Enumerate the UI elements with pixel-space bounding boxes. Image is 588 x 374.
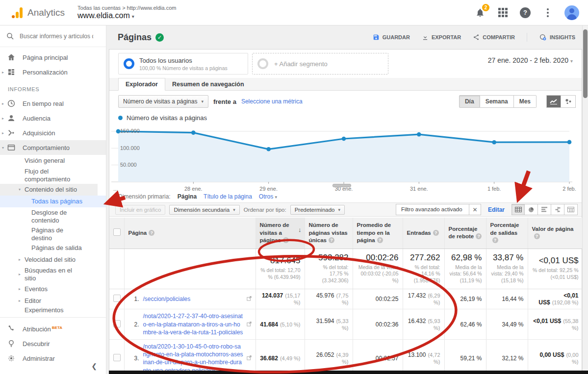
- cell-bounce-rate: 62,46 %: [444, 309, 486, 340]
- column-header-exit-rate[interactable]: Porcentaje de salidas?: [486, 218, 528, 249]
- sidebar-item-home[interactable]: Página principal: [0, 50, 106, 65]
- page-link[interactable]: /seccion/policiales: [143, 295, 244, 303]
- column-header-unique-pageviews[interactable]: Número de páginas vistas únicas?: [305, 218, 353, 249]
- report-card: Todos los usuarios 100,00 % Número de vi…: [109, 49, 582, 374]
- data-table-view-button[interactable]: [511, 204, 525, 215]
- granularity-month-button[interactable]: Mes: [514, 95, 537, 108]
- secondary-dimension-dropdown[interactable]: Dimensión secundaria▾: [169, 205, 239, 215]
- column-header-bounce-rate[interactable]: Porcentaje de rebote?: [444, 218, 486, 249]
- sidebar-item-behavior-overview[interactable]: Visión general: [0, 155, 106, 167]
- apps-grid-button[interactable]: [497, 7, 509, 19]
- export-button[interactable]: EXPORTAR: [422, 34, 461, 41]
- clock-icon: [7, 99, 16, 108]
- sidebar-item-audience[interactable]: ▸ Audiencia: [0, 111, 106, 125]
- select-all-checkbox[interactable]: [113, 228, 121, 236]
- sort-type-dropdown[interactable]: Predeterminado▾: [290, 205, 345, 215]
- external-link-icon[interactable]: [247, 321, 252, 328]
- sidebar-item-publisher[interactable]: ▸Editor: [0, 295, 106, 306]
- sidebar-collapse-button[interactable]: ❮: [91, 362, 97, 370]
- performance-view-button[interactable]: [538, 204, 551, 215]
- granularity-week-button[interactable]: Semana: [480, 95, 514, 108]
- sidebar-item-site-content[interactable]: ▾ Contenido del sitio: [0, 184, 98, 196]
- segment-all-users[interactable]: Todos los usuarios 100,00 % Número de vi…: [118, 53, 248, 75]
- sidebar-item-behavior-flow[interactable]: Flujo del comportamiento: [0, 167, 78, 184]
- motion-chart-view-button[interactable]: [561, 95, 576, 108]
- scrollbar-thumb[interactable]: [583, 29, 588, 98]
- page-link[interactable]: /nota/2020-1-27-2-37-40-otro-asesinato-e…: [143, 312, 244, 336]
- column-header-avg-time[interactable]: Promedio de tiempo en la página?: [353, 218, 403, 249]
- help-tooltip-icon[interactable]: ?: [377, 237, 383, 243]
- select-metric-link[interactable]: Seleccione una métrica: [241, 98, 303, 105]
- column-header-page[interactable]: Página?: [124, 218, 256, 249]
- granularity-day-button[interactable]: Día: [459, 95, 480, 108]
- user-avatar[interactable]: [564, 5, 579, 20]
- analytics-logo-icon[interactable]: [12, 7, 23, 18]
- column-header-page-value[interactable]: Valor de página?: [528, 218, 583, 249]
- external-link-icon[interactable]: [247, 296, 252, 302]
- tab-navigation-summary[interactable]: Resumen de navegación: [165, 78, 251, 90]
- dimension-page[interactable]: Página: [178, 193, 197, 200]
- metric-select-dropdown[interactable]: Número de visitas a páginas▾: [118, 95, 208, 108]
- cell-page-value: 0,00 US$(0,00 %): [528, 340, 583, 374]
- column-header-pageviews[interactable]: Número de visitas a páginas?↓: [256, 218, 305, 249]
- sidebar-item-all-pages[interactable]: Todas las páginas: [0, 196, 106, 207]
- sidebar-item-site-speed[interactable]: ▸Velocidad del sitio: [0, 254, 106, 266]
- actions-divider: [527, 33, 527, 42]
- vertical-scrollbar[interactable]: [582, 25, 588, 374]
- add-segment-button[interactable]: + Añadir segmento: [252, 53, 388, 75]
- page-title: Páginas: [118, 32, 152, 43]
- sidebar-item-personalization[interactable]: ▸ Personalización: [0, 65, 106, 79]
- help-tooltip-icon[interactable]: ?: [534, 233, 540, 239]
- search-input[interactable]: [20, 33, 93, 40]
- cell-pageviews: 36.682(4,49 %): [256, 340, 305, 374]
- save-button[interactable]: GUARDAR: [373, 34, 410, 41]
- chevron-right-icon: ▸: [2, 131, 4, 135]
- row-checkbox[interactable]: [113, 354, 121, 361]
- sidebar-item-realtime[interactable]: ▸ En tiempo real: [0, 96, 106, 111]
- sidebar-item-events[interactable]: ▸Eventos: [0, 283, 106, 295]
- percentage-view-button[interactable]: [525, 204, 538, 215]
- date-range-picker[interactable]: 27 ene. 2020 - 2 feb. 2020▾: [488, 56, 573, 64]
- column-header-entrances[interactable]: Entradas?: [403, 218, 444, 249]
- sidebar-item-experiments[interactable]: Experimentos: [0, 306, 106, 313]
- help-button[interactable]: ?: [519, 7, 531, 19]
- sidebar-item-discover[interactable]: Descubrir: [0, 336, 106, 351]
- notifications-button[interactable]: 2: [474, 7, 486, 19]
- external-link-icon[interactable]: [247, 355, 252, 362]
- sidebar-item-content-drilldown[interactable]: Desglose de contenido: [0, 207, 106, 225]
- sidebar-item-attribution[interactable]: AtribuciónBETA: [0, 322, 106, 336]
- comparison-view-button[interactable]: [551, 204, 564, 215]
- dimension-others[interactable]: Otros ▾: [259, 193, 277, 200]
- sidebar-search[interactable]: [0, 25, 106, 47]
- line-chart-view-button[interactable]: [546, 95, 561, 108]
- chevron-right-icon: ▸: [19, 287, 21, 292]
- row-checkbox[interactable]: [113, 320, 121, 327]
- help-tooltip-icon[interactable]: ?: [283, 237, 289, 243]
- sidebar-item-acquisition[interactable]: ▸ Adquisición: [0, 125, 106, 140]
- svg-text:...: ...: [113, 186, 118, 192]
- sidebar-item-behavior[interactable]: ▾ Comportamiento: [0, 140, 106, 155]
- help-tooltip-icon[interactable]: ?: [492, 237, 498, 243]
- sidebar-item-admin[interactable]: Administrar: [0, 351, 106, 366]
- insights-button[interactable]: INSIGHTS: [539, 33, 575, 41]
- help-tooltip-icon[interactable]: ?: [433, 230, 439, 236]
- edit-filter-link[interactable]: Editar: [488, 206, 505, 213]
- chart-scrollbar-thumb[interactable]: [332, 184, 351, 187]
- help-tooltip-icon[interactable]: ?: [329, 237, 334, 243]
- overflow-menu-button[interactable]: [542, 7, 554, 19]
- account-selector[interactable]: www.eldia.com▾: [77, 11, 176, 20]
- share-button[interactable]: COMPARTIR: [473, 34, 515, 41]
- pivot-view-button[interactable]: [564, 204, 578, 215]
- sidebar-item-exit-pages[interactable]: Páginas de salida: [0, 242, 106, 254]
- row-checkbox[interactable]: [113, 295, 121, 302]
- sidebar-item-landing-pages[interactable]: Páginas de destino: [0, 225, 106, 243]
- dimension-page-title[interactable]: Título de la página: [204, 193, 252, 200]
- help-tooltip-icon[interactable]: ?: [476, 233, 482, 239]
- sidebar-item-site-search[interactable]: ▸Búsquedas en el sitio: [0, 266, 88, 283]
- motion-chart-icon: [565, 99, 572, 104]
- tab-explorer[interactable]: Explorador: [118, 78, 165, 91]
- plot-rows-button[interactable]: Incluir en gráfico: [115, 205, 165, 215]
- help-tooltip-icon[interactable]: ?: [149, 230, 154, 236]
- page-link[interactable]: /nota/2020-1-30-10-45-0-otro-robo-sangri…: [143, 343, 244, 374]
- clear-filter-button[interactable]: ✕: [469, 204, 481, 215]
